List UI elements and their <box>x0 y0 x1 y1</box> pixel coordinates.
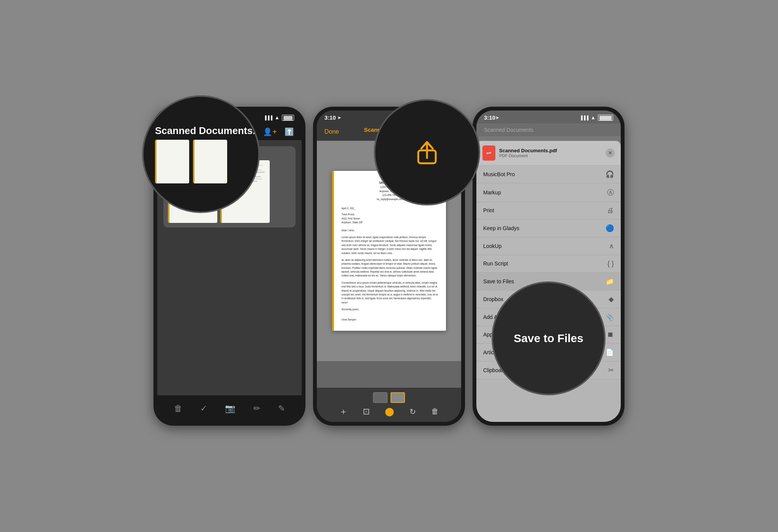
menu-label-savetofiles: Save to Files <box>483 278 514 284</box>
screens-wrapper: Scanned Documents. :09 ▐▐▐ ▲ ▓▓▓ <box>0 0 778 532</box>
bottom-toolbar-2: ＋ ⊡ ⬤ ↻ 🗑 <box>317 388 461 422</box>
menu-label-print: Print <box>483 207 494 213</box>
menu-label-markup: Markup <box>483 189 501 196</box>
filters-icon[interactable]: ⬤ <box>385 407 394 417</box>
paperclip-icon: 📎 <box>606 313 614 321</box>
markup-icon-1[interactable]: ✏ <box>253 404 260 414</box>
magnifier-title: Scanned Documents. <box>155 125 255 137</box>
doc-to-name: Trent Proca <box>342 213 438 216</box>
folder-icon: 📁 <box>606 277 614 286</box>
menu-label-dropbox: Dropbox <box>483 296 503 302</box>
signal-icon: ▐▐▐ <box>264 115 272 120</box>
camera-icon[interactable]: 📷 <box>225 404 235 414</box>
doc-signature: Urna Semper <box>342 318 438 322</box>
markup-circle-icon: Ⓐ <box>607 188 614 197</box>
status-icons-1: ▐▐▐ ▲ ▓▓▓ <box>264 115 294 121</box>
battery-icon-3: ▓▓▓▓ <box>598 115 613 121</box>
chevron-up-icon: ∧ <box>609 242 614 250</box>
add-page-icon[interactable]: ＋ <box>339 406 348 417</box>
bottom-toolbar-1: 🗑 ✓ 📷 ✏ ✎ <box>157 395 302 422</box>
headphones-icon: 🎧 <box>606 170 614 178</box>
pdf-icon: pdf <box>482 145 495 161</box>
list-item[interactable]: MusicBot Pro 🎧 <box>476 166 621 183</box>
close-button[interactable]: ✕ <box>606 148 615 158</box>
file-name: Scanned Documents.pdf <box>499 148 557 153</box>
sheet-header: pdf Scanned Documents.pdf PDF Document ✕ <box>476 141 621 166</box>
menu-label-lookup: LookUp <box>483 243 501 249</box>
nav-dimmed-3: Scanned Documents <box>476 123 621 136</box>
status-time-3: 3:10 <box>484 114 495 121</box>
menu-label-gladys: Keep in Gladys <box>483 225 519 231</box>
gladys-icon: 🔵 <box>606 224 614 232</box>
location-icon-2: ➤ <box>337 115 341 120</box>
doc-closing: Sincerely yours, <box>342 308 438 311</box>
share-svg-icon <box>410 135 444 169</box>
scissors-icon: ✂ <box>608 366 614 374</box>
doc-date: April 2, 202_ <box>342 207 438 210</box>
location-icon-3: ➤ <box>495 115 499 120</box>
menu-label-musicbot: MusicBot Pro <box>483 171 515 177</box>
wifi-icon: ▲ <box>275 115 280 120</box>
file-type: PDF Document <box>499 153 557 158</box>
crop-icon[interactable]: ⊡ <box>363 407 370 417</box>
file-info: pdf Scanned Documents.pdf PDF Document <box>482 145 557 161</box>
share-icon-magnified <box>410 135 444 169</box>
wifi-icon-3: ▲ <box>591 115 596 120</box>
doc-icon: 📄 <box>606 348 614 357</box>
menu-label-runscript: Run Script <box>483 260 508 267</box>
doc-body2: Ac dolor ac adipiscing amet bibendum nul… <box>342 258 438 278</box>
compose-icon[interactable]: ✎ <box>278 404 285 414</box>
add-person-icon[interactable]: 👤+ <box>263 127 277 136</box>
doc-salutation: Dear I rene, <box>342 229 438 232</box>
list-item[interactable]: Print 🖨 <box>476 202 621 219</box>
screen1-wrapper: Scanned Documents. :09 ▐▐▐ ▲ ▓▓▓ <box>153 107 305 426</box>
doc-body1: Lorem ipsum dolor sit amet, ligula suspe… <box>342 235 438 255</box>
doc-body3: Consectetuer arcu ipsum ornare pellentes… <box>342 281 438 305</box>
done-button[interactable]: Done <box>324 128 339 135</box>
screen2-wrapper: 3:10 ➤ ▐▐▐ ▲ ▓▓▓▓ Done Scanned Documents… <box>313 107 465 426</box>
status-icons-3: ▐▐▐ ▲ ▓▓▓▓ <box>580 115 613 121</box>
share-icon-1[interactable]: ⬆️ <box>285 127 294 136</box>
list-item[interactable]: Markup Ⓐ <box>476 183 621 202</box>
list-item[interactable]: LookUp ∧ <box>476 237 621 255</box>
page-thumbnails <box>373 392 405 403</box>
list-item[interactable]: Run Script { } <box>476 255 621 273</box>
battery-icon: ▓▓▓ <box>282 115 294 121</box>
doc-to-address2: Anytown, State ZIP <box>342 221 438 224</box>
save-to-files-text: Save to Files <box>506 324 591 352</box>
dropbox-icon: ◆ <box>609 295 614 303</box>
printer-icon: 🖨 <box>607 207 614 215</box>
screen3-wrapper: Save to Files 3:10 ➤ ▐▐▐ ▲ ▓▓▓▓ Scanne <box>473 107 625 426</box>
magnifier-circle-3: Save to Files <box>492 281 606 395</box>
status-time-2: 3:10 <box>324 114 336 121</box>
stop-circle-icon: ⏹ <box>607 331 614 339</box>
status-bar-3: 3:10 ➤ ▐▐▐ ▲ ▓▓▓▓ <box>476 111 621 123</box>
signal-icon-3: ▐▐▐ <box>580 115 588 120</box>
doc-to-address1: 4321 First Street <box>342 217 438 221</box>
rotate-icon[interactable]: ↻ <box>410 407 416 416</box>
list-item[interactable]: Keep in Gladys 🔵 <box>476 219 621 237</box>
trash-icon-1[interactable]: 🗑 <box>174 404 182 414</box>
braces-icon: { } <box>607 260 614 268</box>
checkmark-icon[interactable]: ✓ <box>200 404 207 414</box>
magnifier-circle-1: Scanned Documents. <box>142 95 260 213</box>
magnifier-circle-2 <box>374 99 480 205</box>
nav-title-3: Scanned Documents <box>484 127 533 133</box>
trash-icon-2[interactable]: 🗑 <box>431 407 439 416</box>
